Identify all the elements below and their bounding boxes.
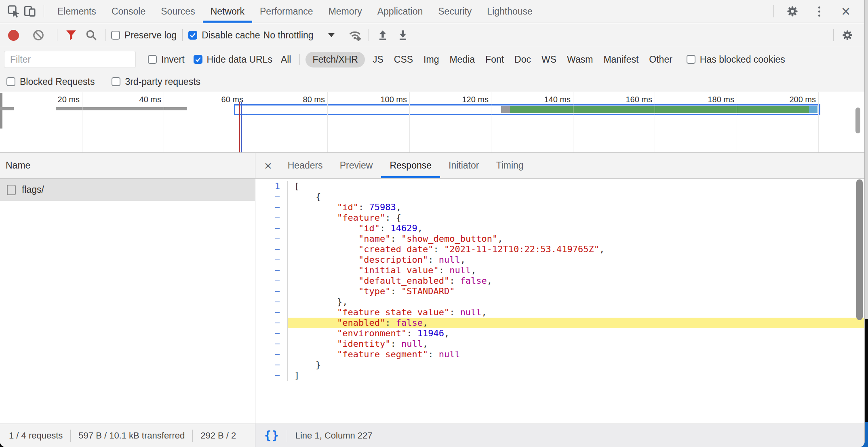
code-line: − "feature": { (255, 213, 864, 223)
filter-input[interactable] (4, 51, 136, 68)
toolbar-divider (833, 29, 834, 41)
preserve-log-group: Preserve log (111, 30, 177, 41)
filter-toggle-button[interactable] (63, 27, 79, 43)
blocked-requests-checkbox[interactable] (6, 77, 15, 86)
response-body-viewer[interactable]: 1[− {− "id": 75983,− "feature": {− "id":… (255, 179, 864, 424)
filter-type-font[interactable]: Font (481, 52, 508, 67)
line-continuation-mark: − (255, 265, 288, 276)
invert-group: Invert (148, 54, 185, 65)
page-behind-scrollbar-strip (865, 0, 868, 319)
devtools-window: ElementsConsoleSourcesNetworkPerformance… (0, 0, 865, 447)
filter-type-fetchxhr[interactable]: Fetch/XHR (305, 52, 364, 67)
tab-lighthouse[interactable]: Lighthouse (479, 0, 540, 23)
line-content: } (288, 360, 864, 370)
pretty-print-icon[interactable]: {} (264, 429, 280, 442)
network-conditions-button[interactable] (347, 27, 363, 43)
tab-memory[interactable]: Memory (321, 0, 370, 23)
transferred-size: 597 B / 10.1 kB transferred (78, 430, 185, 441)
line-content: "type": "STANDARD" (288, 286, 864, 297)
detail-tab-response[interactable]: Response (381, 153, 440, 178)
gear-icon (841, 29, 853, 41)
record-network-log-button[interactable] (8, 30, 19, 41)
tab-application[interactable]: Application (370, 0, 431, 23)
response-scrollbar-thumb[interactable] (856, 179, 863, 320)
code-line: − } (255, 360, 864, 370)
filter-type-manifest[interactable]: Manifest (599, 52, 643, 67)
toolbar-divider (182, 29, 183, 41)
line-continuation-mark: − (255, 213, 288, 223)
filter-type-wasm[interactable]: Wasm (563, 52, 597, 67)
waterfall-stalled-segment (501, 106, 510, 113)
check-icon (194, 56, 202, 63)
load-event-marker (241, 102, 242, 152)
tab-performance[interactable]: Performance (252, 0, 321, 23)
code-line: − "identity": null, (255, 339, 864, 349)
preserve-log-checkbox[interactable] (111, 31, 120, 40)
inspect-element-button[interactable] (6, 3, 22, 19)
filter-type-js[interactable]: JS (368, 52, 388, 67)
timeline-tick-label: 40 ms (117, 95, 161, 104)
detail-tab-preview[interactable]: Preview (331, 153, 381, 178)
request-row[interactable]: flags/ (0, 179, 255, 201)
detail-tab-headers[interactable]: Headers (279, 153, 331, 178)
device-toolbar-icon (23, 5, 36, 18)
tab-elements[interactable]: Elements (50, 0, 104, 23)
name-column-header[interactable]: Name (0, 153, 255, 179)
has-blocked-cookies-checkbox[interactable] (687, 55, 695, 64)
toolbar-divider (44, 5, 44, 17)
check-icon (189, 32, 196, 39)
throttling-select[interactable]: No throttling (263, 30, 335, 41)
timeline-tick-label: 20 ms (35, 95, 80, 104)
invert-checkbox[interactable] (148, 55, 157, 64)
more-options-button[interactable] (811, 3, 827, 19)
search-icon (85, 29, 97, 41)
network-settings-button[interactable] (839, 27, 855, 43)
waterfall-download-segment (510, 106, 809, 113)
search-button[interactable] (83, 27, 99, 43)
toolbar-divider (369, 29, 369, 41)
clear-network-log-button[interactable] (30, 27, 46, 43)
disable-cache-label: Disable cache (202, 30, 260, 41)
import-har-button[interactable] (375, 27, 391, 43)
resources-size: 292 B / 2 (200, 430, 236, 441)
filter-type-ws[interactable]: WS (537, 52, 561, 67)
line-content: [ (288, 181, 864, 192)
hide-data-urls-label: Hide data URLs (207, 54, 272, 65)
hide-data-urls-checkbox[interactable] (194, 55, 202, 64)
code-line: − "environment": 11946, (255, 328, 864, 339)
settings-button[interactable] (784, 3, 801, 19)
line-content: "description": null, (288, 255, 864, 265)
code-line: − "feature_segment": null (255, 349, 864, 360)
line-content: "identity": null, (288, 339, 864, 349)
close-devtools-button[interactable]: × (838, 3, 854, 19)
detail-tab-timing[interactable]: Timing (487, 153, 532, 178)
third-party-checkbox[interactable] (112, 77, 120, 86)
disable-cache-checkbox[interactable] (188, 31, 197, 40)
funnel-icon (65, 29, 77, 41)
filter-type-all[interactable]: All (276, 52, 296, 67)
tab-security[interactable]: Security (430, 0, 479, 23)
toolbar-divider (105, 29, 105, 41)
line-content: "environment": 11946, (288, 328, 864, 339)
tab-network[interactable]: Network (203, 0, 252, 23)
code-line: − "feature_state_value": null, (255, 307, 864, 318)
line-continuation-mark: − (255, 349, 288, 360)
tab-sources[interactable]: Sources (153, 0, 202, 23)
filter-type-other[interactable]: Other (645, 52, 677, 67)
filter-type-img[interactable]: Img (419, 52, 443, 67)
overview-scrollbar-thumb[interactable] (855, 108, 860, 133)
filter-type-media[interactable]: Media (445, 52, 479, 67)
line-content: "feature": { (288, 213, 864, 223)
line-content: "id": 14629, (288, 223, 864, 234)
has-blocked-cookies-label: Has blocked cookies (700, 54, 785, 65)
filter-type-css[interactable]: CSS (390, 52, 417, 67)
device-toolbar-button[interactable] (22, 3, 38, 19)
tab-console[interactable]: Console (104, 0, 153, 23)
close-detail-icon[interactable]: × (264, 159, 272, 172)
export-har-button[interactable] (395, 27, 411, 43)
invert-label: Invert (161, 54, 185, 65)
detail-tab-initiator[interactable]: Initiator (440, 153, 487, 178)
network-lower-split: Name flags/ 1 / 4 requests 597 B / 10.1 … (0, 153, 864, 447)
filter-type-doc[interactable]: Doc (510, 52, 535, 67)
network-overview-timeline[interactable]: 20 ms40 ms60 ms80 ms100 ms120 ms140 ms16… (0, 92, 864, 153)
